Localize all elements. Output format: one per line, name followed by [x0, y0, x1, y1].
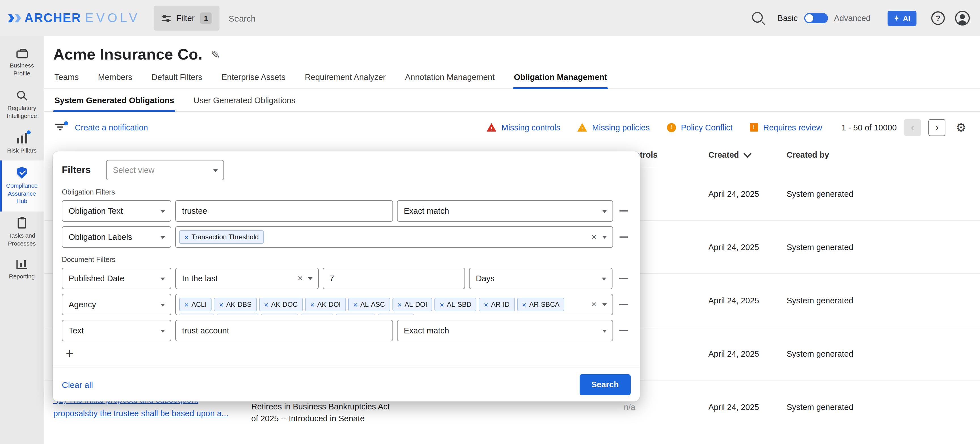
- obligation-labels-chipfield[interactable]: × Transaction Threshold ×: [175, 226, 613, 248]
- help-icon[interactable]: ?: [931, 11, 945, 25]
- filter-button[interactable]: Filter 1: [154, 6, 220, 30]
- chip-remove-icon[interactable]: ×: [484, 301, 488, 308]
- pillars-icon: [17, 132, 27, 143]
- ai-button[interactable]: AI: [888, 11, 916, 26]
- basic-advanced-toggle[interactable]: [804, 13, 828, 23]
- chip-remove-icon[interactable]: ×: [310, 301, 315, 308]
- sidebar-item-business-profile[interactable]: Business Profile: [0, 41, 44, 84]
- field-select-obligation-text[interactable]: Obligation Text: [62, 200, 171, 222]
- clear-field-icon[interactable]: ×: [591, 300, 597, 309]
- tab-requirement-analyzer[interactable]: Requirement Analyzer: [304, 65, 387, 89]
- chip-remove-icon[interactable]: ×: [397, 301, 401, 308]
- field-select-agency[interactable]: Agency: [62, 294, 171, 315]
- filter-list-icon[interactable]: [54, 124, 66, 131]
- next-page-button[interactable]: ›: [928, 119, 945, 136]
- filter-row-published-date: Published Date In the last × Days: [62, 267, 631, 289]
- chipfield-controls: ×: [591, 227, 607, 247]
- text-value-input[interactable]: [175, 320, 393, 341]
- chip-clipped[interactable]: [261, 314, 298, 315]
- tab-teams[interactable]: Teams: [53, 65, 80, 89]
- chip-remove-icon[interactable]: ×: [184, 233, 189, 241]
- sidebar-item-regulatory-intelligence[interactable]: Regulatory Intelligence: [0, 84, 44, 126]
- created-by-cell: System generated: [787, 327, 894, 380]
- legend-missing-policies[interactable]: ! Missing policies: [578, 123, 650, 132]
- chip-remove-icon[interactable]: ×: [440, 301, 444, 308]
- remove-filter-icon[interactable]: [617, 294, 631, 315]
- created-by-cell: System generated: [787, 380, 894, 433]
- remove-filter-icon[interactable]: [617, 320, 631, 341]
- chip-clipped[interactable]: [336, 314, 375, 315]
- created-by-cell: System generated: [787, 221, 894, 273]
- add-filter-icon[interactable]: +: [63, 347, 76, 361]
- chip-remove-icon[interactable]: ×: [184, 301, 189, 308]
- chip-clipped[interactable]: [179, 314, 215, 315]
- operator-select-in-the-last[interactable]: In the last ×: [175, 267, 319, 289]
- sidebar-item-label: Business Profile: [2, 62, 42, 77]
- tab-default-filters[interactable]: Default Filters: [150, 65, 203, 89]
- create-notification-link[interactable]: Create a notification: [75, 123, 148, 132]
- legend-policy-conflict[interactable]: ! Policy Conflict: [667, 123, 732, 132]
- obligation-text-input[interactable]: [175, 200, 393, 222]
- chip-clipped[interactable]: [301, 314, 334, 315]
- edit-title-icon[interactable]: ✎: [211, 48, 220, 61]
- topbar: ARCHER EVOLV Filter 1 Basic Advanced AI …: [0, 0, 980, 36]
- chip-clipped[interactable]: [378, 314, 414, 315]
- chip-agency: ×AR-ID: [479, 298, 515, 311]
- remove-filter-icon[interactable]: [617, 226, 631, 248]
- chevron-down-icon: [161, 304, 165, 307]
- obligations-toolbar: Create a notification ! Missing controls…: [44, 112, 980, 143]
- unit-select-days[interactable]: Days: [469, 267, 612, 289]
- subtab-system-generated-obligations[interactable]: System Generated Obligations: [53, 89, 175, 111]
- field-select-published-date[interactable]: Published Date: [62, 267, 171, 289]
- sidebar-item-compliance-assurance-hub[interactable]: Compliance Assurance Hub: [0, 161, 44, 212]
- remove-filter-icon[interactable]: [616, 267, 631, 289]
- chip-remove-icon[interactable]: ×: [353, 301, 358, 308]
- tab-enterprise-assets[interactable]: Enterprise Assets: [220, 65, 287, 89]
- search-button[interactable]: Search: [579, 374, 631, 395]
- search-icon[interactable]: [752, 12, 763, 22]
- sidebar: Business Profile Regulatory Intelligence…: [0, 36, 44, 444]
- chip-remove-icon[interactable]: ×: [264, 301, 268, 308]
- remove-filter-icon[interactable]: [617, 200, 631, 222]
- chevron-down-icon[interactable]: [602, 303, 607, 306]
- clear-field-icon[interactable]: ×: [298, 274, 303, 283]
- legend-requires-review[interactable]: ! Requires review: [749, 123, 822, 132]
- avatar[interactable]: [955, 11, 970, 25]
- settings-gear-icon[interactable]: ⚙: [956, 121, 966, 133]
- chip-agency: ×AK-DBS: [214, 298, 257, 311]
- view-select[interactable]: Select view: [106, 160, 224, 180]
- chip-remove-icon[interactable]: ×: [522, 301, 526, 308]
- ai-button-label: AI: [903, 14, 910, 22]
- modal-title: Filters: [62, 164, 91, 176]
- chipfield-controls: ×: [591, 294, 607, 315]
- notification-dot: [26, 130, 30, 134]
- prev-page-button[interactable]: ‹: [904, 119, 921, 136]
- chip-agency: ×AL-ASC: [348, 298, 390, 311]
- subtab-user-generated-obligations[interactable]: User Generated Obligations: [192, 89, 297, 111]
- sidebar-item-label: Regulatory Intelligence: [2, 105, 42, 120]
- column-header-created[interactable]: Created: [708, 143, 782, 167]
- clear-field-icon[interactable]: ×: [591, 232, 597, 242]
- sidebar-item-tasks-and-processes[interactable]: Tasks and Processes: [0, 212, 44, 254]
- match-select-obligation-text[interactable]: Exact match: [397, 200, 613, 222]
- tab-annotation-management[interactable]: Annotation Management: [404, 65, 496, 89]
- created-by-cell: System generated: [787, 274, 894, 326]
- field-select-obligation-labels[interactable]: Obligation Labels: [62, 226, 171, 248]
- filter-active-dot: [64, 121, 68, 125]
- global-search-input[interactable]: [228, 13, 749, 24]
- published-date-value-input[interactable]: [323, 267, 465, 289]
- chip-clipped[interactable]: [216, 314, 259, 315]
- tab-members[interactable]: Members: [97, 65, 133, 89]
- sidebar-item-reporting[interactable]: Reporting: [0, 254, 44, 287]
- field-select-text[interactable]: Text: [62, 320, 171, 341]
- legend-missing-controls[interactable]: ! Missing controls: [487, 123, 560, 132]
- chip-remove-icon[interactable]: ×: [219, 301, 223, 308]
- agency-chipfield[interactable]: ×ACLI ×AK-DBS ×AK-DOC ×AK-DOI ×AL-ASC ×A…: [175, 294, 613, 315]
- clear-all-link[interactable]: Clear all: [62, 380, 93, 389]
- sidebar-item-risk-pillars[interactable]: Risk Pillars: [0, 126, 44, 161]
- match-select-text[interactable]: Exact match: [397, 320, 613, 341]
- chevron-down-icon[interactable]: [602, 236, 607, 239]
- tab-obligation-management[interactable]: Obligation Management: [513, 65, 608, 89]
- column-header-created-by[interactable]: Created by: [787, 143, 894, 167]
- sidebar-item-label: Tasks and Processes: [2, 232, 42, 248]
